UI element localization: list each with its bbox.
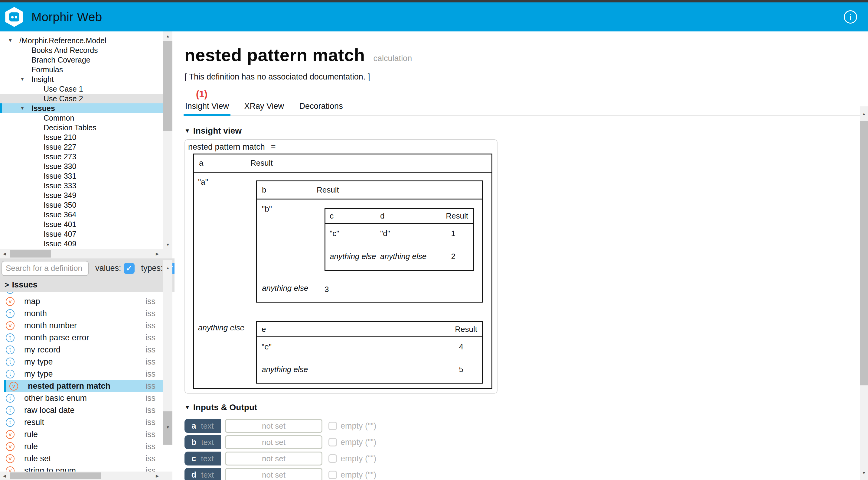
parameter-name: c [192, 454, 196, 463]
tree-item-label: Issue 273 [43, 152, 76, 161]
scroll-right-icon[interactable]: ▶ [153, 249, 162, 258]
tree-item[interactable]: Issue 364 [0, 210, 163, 219]
chevron-down-icon[interactable]: ▼ [20, 76, 31, 82]
definition-item[interactable]: vrule setiss [0, 452, 163, 465]
definition-tag: iss [146, 370, 155, 379]
definition-item[interactable]: tmy typeiss [0, 368, 163, 380]
tab-xray-view[interactable]: XRay View [244, 100, 285, 115]
tree-item[interactable]: Issue 333 [0, 181, 163, 190]
table-row: anything else 3 [257, 277, 482, 302]
scroll-up-icon[interactable]: ▲ [163, 263, 173, 273]
tree-item[interactable]: Books And Records [0, 45, 163, 55]
empty-checkbox[interactable] [329, 471, 337, 479]
tree-item[interactable]: Issue 227 [0, 142, 163, 152]
definition-tag: iss [146, 309, 155, 318]
chevron-down-icon[interactable]: ▼ [8, 38, 19, 43]
tree-item[interactable]: Branch Coverage [0, 55, 163, 65]
tree-item[interactable]: Issue 349 [0, 190, 163, 200]
definitions-section-header[interactable]: > Issues [0, 278, 175, 292]
definition-label: string to enum [24, 466, 146, 472]
tree-vertical-scrollbar[interactable]: ▲ ▼ [163, 31, 173, 249]
sidebar: ▼/Morphir.Reference.ModelBooks And Recor… [0, 31, 175, 480]
definition-item[interactable]: tmonth parse erroriss [0, 331, 163, 344]
definition-item[interactable]: vruleiss [0, 428, 163, 440]
tree-item[interactable]: Use Case 2 [0, 94, 163, 103]
tree-item[interactable]: ▼/Morphir.Reference.Model [0, 36, 163, 45]
tree-item[interactable]: Issue 210 [0, 132, 163, 142]
pattern-cell: "b" [257, 199, 324, 277]
scroll-down-icon[interactable]: ▼ [163, 240, 173, 249]
tree-horizontal-scrollbar[interactable]: ◀ ▶ [0, 249, 173, 258]
definition-item[interactable]: vnested pattern matchiss [4, 380, 163, 392]
definition-item[interactable]: vruleiss [0, 440, 163, 452]
parameter-value-input[interactable]: not set [225, 435, 322, 449]
empty-checkbox[interactable] [329, 422, 337, 430]
tree-item[interactable]: Issue 401 [0, 219, 163, 229]
tree-item-label: Issue 350 [43, 201, 76, 210]
tree-item-label: Issue 210 [43, 133, 76, 142]
tree-item[interactable]: Issue 331 [0, 171, 163, 181]
insight-section-header[interactable]: ▼ Insight view [185, 126, 860, 136]
definition-item[interactable]: tresultiss [0, 416, 163, 428]
scroll-up-icon[interactable]: ▲ [163, 31, 173, 40]
table-row: "e" 4 [257, 337, 482, 360]
definition-item[interactable]: tmy typeiss [0, 356, 163, 368]
decision-table-a: a Result "a" b Result "b" [193, 154, 492, 389]
main-vscroll-thumb[interactable] [860, 121, 868, 385]
parameter-value-input[interactable]: not set [225, 468, 322, 480]
definition-item[interactable]: traw local dateiss [0, 404, 163, 416]
tree-item[interactable]: Issue 330 [0, 161, 163, 171]
definition-item[interactable]: tmonthiss [0, 308, 163, 320]
info-icon[interactable]: i [844, 10, 857, 24]
column-header: Result [250, 158, 273, 168]
definition-item[interactable]: tmy recordiss [0, 344, 163, 356]
tree-item[interactable]: Use Case 1 [0, 84, 163, 94]
scroll-right-icon[interactable]: ▶ [153, 472, 162, 480]
tree-item[interactable]: ▼Issues [0, 103, 163, 113]
tree-item[interactable]: Issue 407 [0, 229, 163, 239]
tree-hscroll-thumb[interactable] [10, 250, 51, 258]
empty-checkbox[interactable] [329, 454, 337, 463]
tab-insight-view[interactable]: Insight View [185, 100, 229, 115]
parameter-name: d [191, 470, 196, 480]
tree-item[interactable]: Issue 350 [0, 200, 163, 210]
definition-item[interactable]: vstring to enumiss [0, 465, 163, 472]
chevron-down-icon[interactable]: ▼ [20, 105, 31, 111]
tab-decorations[interactable]: Decorations [299, 100, 344, 115]
parameter-value-input[interactable]: not set [225, 419, 322, 433]
values-checkbox[interactable]: ✓ [124, 263, 134, 274]
tree-item[interactable]: Common [0, 113, 163, 123]
value-icon: v [6, 297, 14, 306]
definition-item[interactable]: vmapiss [0, 295, 163, 308]
definition-label: my record [24, 345, 146, 355]
tree-item[interactable]: Issue 409 [0, 239, 163, 249]
scroll-up-icon[interactable]: ▲ [860, 106, 868, 121]
main-vertical-scrollbar[interactable]: ▲ ▼ [860, 106, 868, 480]
definition-item[interactable]: t [0, 292, 163, 295]
definition-item[interactable]: vmonth numberiss [0, 320, 163, 331]
definitions-section-label: Issues [12, 280, 37, 290]
tree-item[interactable]: Formulas [0, 65, 163, 74]
io-section-header[interactable]: ▼ Inputs & Output [185, 403, 860, 412]
definition-item[interactable]: tother basic enumiss [0, 392, 163, 404]
pattern-cell: "a" [194, 172, 256, 318]
tree-item[interactable]: Issue 273 [0, 152, 163, 161]
scroll-left-icon[interactable]: ◀ [0, 249, 9, 258]
type-icon: t [6, 406, 14, 415]
tree-vscroll-thumb[interactable] [163, 41, 173, 131]
types-checkbox-label: types: [141, 263, 163, 273]
empty-checkbox-label: empty ("") [341, 454, 376, 463]
list-horizontal-scrollbar[interactable]: ◀ ▶ [0, 472, 173, 480]
scroll-down-icon[interactable]: ▼ [163, 423, 173, 431]
scroll-left-icon[interactable]: ◀ [0, 472, 9, 480]
parameter-value-input[interactable]: not set [225, 452, 322, 466]
empty-checkbox[interactable] [329, 438, 337, 446]
list-vertical-scrollbar[interactable]: ▲ ▼ [163, 260, 173, 440]
tree-item[interactable]: ▼Insight [0, 74, 163, 84]
list-hscroll-thumb[interactable] [10, 473, 101, 479]
scroll-down-icon[interactable]: ▼ [860, 466, 868, 480]
search-input[interactable] [1, 261, 89, 276]
empty-checkbox-label: empty ("") [341, 470, 376, 480]
table-row: "a" b Result "b" [194, 172, 492, 318]
tree-item[interactable]: Decision Tables [0, 123, 163, 132]
